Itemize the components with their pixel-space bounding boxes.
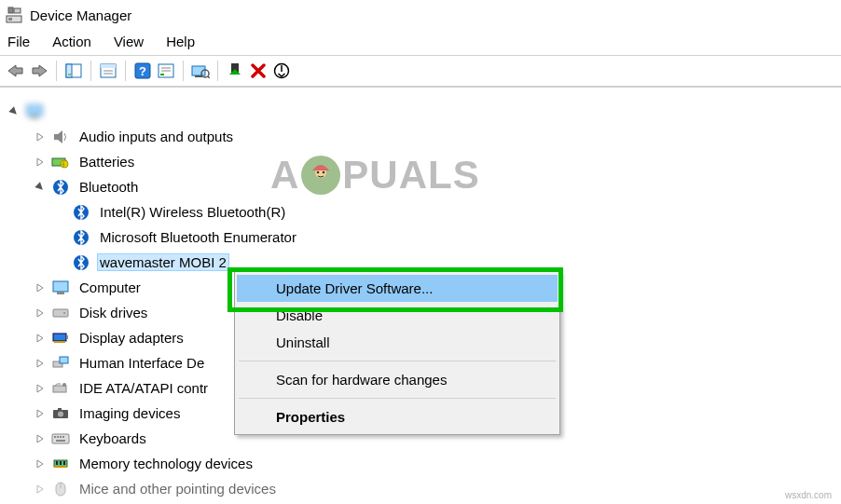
svg-rect-42 (53, 386, 66, 392)
chevron-down-icon[interactable] (30, 177, 50, 198)
svg-rect-51 (62, 436, 64, 438)
menu-help[interactable]: Help (166, 34, 195, 49)
svg-rect-5 (66, 64, 72, 77)
chevron-right-icon[interactable] (30, 152, 50, 172)
keyboard-icon (50, 429, 71, 449)
computer-icon (24, 102, 45, 122)
svg-rect-25 (31, 116, 38, 118)
action-list-button[interactable] (156, 61, 176, 81)
svg-rect-46 (58, 408, 62, 410)
tree-node-audio[interactable]: Audio inputs and outputs (4, 124, 837, 149)
svg-line-18 (208, 76, 210, 78)
uninstall-button[interactable] (248, 61, 269, 81)
show-hide-console-tree-button[interactable] (63, 61, 84, 81)
svg-rect-35 (53, 309, 68, 317)
context-menu-properties[interactable]: Properties (237, 403, 558, 430)
tree-node-mice[interactable]: Mice and other pointing devices (4, 476, 837, 501)
device-manager-icon (6, 7, 22, 23)
tree-node-batteries[interactable]: Batteries (4, 149, 837, 174)
chevron-right-icon[interactable] (30, 378, 50, 399)
svg-rect-55 (56, 461, 58, 465)
tree-leaf-label: Intel(R) Wireless Bluetooth(R) (97, 203, 288, 221)
toolbar-separator (217, 61, 218, 81)
svg-rect-48 (54, 436, 56, 438)
back-button[interactable] (6, 61, 26, 81)
tree-root-label (50, 111, 56, 113)
tree-node-label: IDE ATA/ATAPI contr (76, 379, 211, 397)
context-menu-separator (239, 398, 556, 399)
chevron-right-icon[interactable] (30, 479, 50, 499)
context-menu-separator (239, 361, 556, 361)
tree-leaf-bt-intel[interactable]: Intel(R) Wireless Bluetooth(R) (4, 199, 837, 225)
tree-node-label: Audio inputs and outputs (76, 128, 236, 145)
context-menu-uninstall[interactable]: Uninstall (237, 329, 558, 356)
toolbar-separator (183, 61, 184, 81)
tree-node-label: Batteries (76, 153, 137, 170)
tree-node-bluetooth[interactable]: Bluetooth (4, 174, 837, 199)
svg-rect-49 (57, 436, 59, 438)
svg-point-45 (58, 411, 63, 416)
svg-rect-38 (54, 341, 65, 343)
battery-icon (50, 152, 71, 172)
camera-icon (50, 403, 71, 424)
disk-icon (50, 303, 71, 323)
context-menu-disable[interactable]: Disable (237, 302, 558, 329)
hid-icon (50, 353, 71, 374)
help-button[interactable]: ? (132, 61, 153, 81)
bluetooth-icon (71, 227, 91, 248)
svg-rect-1 (14, 8, 21, 13)
disable-button[interactable] (271, 61, 292, 81)
properties-button[interactable] (98, 61, 118, 81)
speaker-icon (50, 127, 71, 147)
svg-rect-50 (60, 436, 62, 438)
svg-rect-24 (27, 105, 42, 116)
chevron-right-icon[interactable] (30, 454, 50, 474)
chevron-right-icon[interactable] (30, 127, 50, 147)
scan-hardware-button[interactable] (190, 61, 211, 81)
tree-node-memory-tech[interactable]: Memory technology devices (4, 451, 837, 476)
chevron-right-icon[interactable] (30, 328, 50, 348)
display-adapter-icon (50, 328, 71, 348)
chevron-right-icon[interactable] (30, 303, 50, 323)
context-menu-update-driver[interactable]: Update Driver Software... (237, 275, 558, 302)
toolbar-separator (125, 61, 126, 81)
svg-rect-0 (8, 7, 13, 13)
toolbar: ? (0, 55, 841, 87)
bluetooth-icon (71, 252, 91, 273)
computer-icon (50, 278, 71, 298)
menu-file[interactable]: File (7, 34, 30, 49)
tree-node-label: Human Interface De (76, 354, 207, 372)
update-driver-button[interactable] (225, 61, 245, 81)
svg-rect-52 (56, 440, 65, 442)
memory-icon (50, 454, 71, 474)
svg-text:?: ? (139, 64, 146, 78)
menu-action[interactable]: Action (52, 34, 91, 49)
menu-view[interactable]: View (114, 34, 144, 49)
ide-icon (50, 378, 71, 399)
svg-rect-33 (53, 281, 68, 292)
chevron-right-icon[interactable] (30, 278, 50, 298)
tree-root[interactable] (4, 99, 837, 124)
tree-leaf-label: wavemaster MOBI 2 (97, 253, 229, 271)
context-menu-scan[interactable]: Scan for hardware changes (237, 366, 558, 393)
tree-leaf-bt-msenum[interactable]: Microsoft Bluetooth Enumerator (4, 225, 837, 250)
bluetooth-icon (71, 202, 91, 223)
svg-rect-56 (60, 461, 62, 465)
tree-leaf-label: Microsoft Bluetooth Enumerator (97, 228, 299, 246)
tree-node-label: Disk drives (76, 304, 150, 321)
menu-bar: File Action View Help (0, 30, 841, 55)
chevron-right-icon[interactable] (30, 403, 50, 424)
tree-node-label: Display adapters (76, 329, 186, 347)
window-title-bar: Device Manager (0, 0, 841, 30)
chevron-right-icon[interactable] (30, 353, 50, 374)
svg-rect-34 (57, 292, 64, 294)
svg-rect-3 (8, 18, 12, 20)
chevron-right-icon[interactable] (30, 429, 50, 449)
tree-node-label: Mice and other pointing devices (76, 480, 279, 497)
forward-button[interactable] (29, 61, 49, 81)
toolbar-separator (90, 61, 91, 81)
toolbar-separator (56, 61, 57, 81)
tree-node-label: Bluetooth (76, 178, 141, 196)
chevron-down-icon[interactable] (4, 102, 24, 122)
mouse-icon (50, 479, 71, 499)
